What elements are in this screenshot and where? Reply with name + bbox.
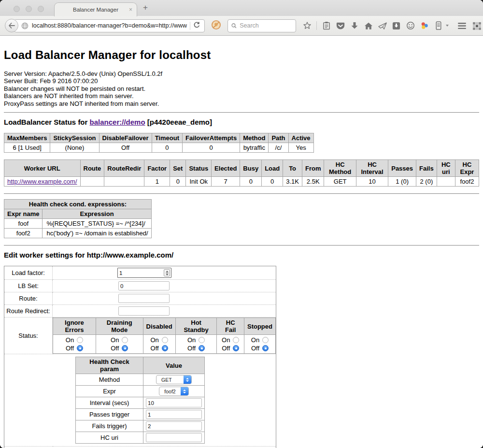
window-close-button[interactable] [14, 6, 20, 12]
interval-label: Interval (secs) [76, 397, 143, 409]
tab-close-icon[interactable]: × [129, 6, 132, 13]
interval-input[interactable] [146, 398, 202, 407]
on-label: On [187, 336, 196, 344]
tile-view-button[interactable] [472, 21, 482, 30]
draining-mode-off-radio[interactable] [122, 345, 128, 351]
worker-url-link[interactable]: http://www.example.com/ [7, 178, 77, 185]
hc-row-hc-uri: HC uri [76, 432, 205, 444]
reload-button[interactable] [193, 21, 204, 30]
balancer-demo-link[interactable]: balancer://demo [90, 118, 145, 126]
fails-trigger-input[interactable] [146, 421, 202, 431]
new-tab-button[interactable]: + [143, 3, 148, 13]
url-bar[interactable]: localhost:8880/balancer-manager?b=demo&w… [14, 19, 205, 32]
pocket-button[interactable] [336, 21, 345, 30]
cell-elected: 7 [212, 177, 240, 187]
chevron-down-icon[interactable] [446, 25, 449, 27]
bookmark-star-button[interactable] [302, 21, 312, 30]
save-to-panel-button[interactable] [392, 21, 401, 30]
stopped-off-radio[interactable] [262, 345, 269, 351]
cell-worker-url: http://www.example.com/ [4, 177, 81, 187]
search-box[interactable] [227, 19, 296, 32]
draining-mode-on-radio[interactable] [122, 337, 128, 343]
col-value: Value [143, 357, 205, 374]
edit-worker-form: Load factor: LB Set: Route: [4, 266, 276, 448]
disabled-off-radio[interactable] [162, 345, 168, 351]
cell-path: /c/ [269, 143, 288, 153]
col-timeout: Timeout [152, 133, 182, 143]
status-cell-hc-fail: On Off [217, 335, 244, 354]
content-blocker-button[interactable] [211, 20, 221, 32]
colorful-extension-button[interactable] [420, 21, 429, 30]
method-select-value: GET [156, 376, 184, 384]
lb-set-input[interactable] [118, 281, 170, 290]
downloads-button[interactable] [350, 21, 359, 30]
col-hc-fail: HC Fail [217, 318, 244, 335]
load-factor-input[interactable] [118, 270, 164, 276]
hot-standby-off-radio[interactable] [199, 345, 205, 351]
col-hot-standby: Hot Standby [175, 318, 217, 335]
form-row-submit: Submit [4, 447, 276, 448]
home-icon [364, 22, 373, 30]
menu-button[interactable] [457, 21, 467, 30]
back-button[interactable] [5, 19, 18, 32]
search-icon [231, 23, 237, 29]
number-stepper-icon[interactable] [164, 269, 170, 276]
window-minimize-button[interactable] [26, 6, 32, 12]
col-stopped: Stopped [244, 318, 275, 335]
select-arrows-icon [184, 376, 191, 384]
stopped-on-radio[interactable] [262, 337, 269, 343]
tab-title: Balancer Manager [73, 7, 118, 13]
hot-standby-on-radio[interactable] [199, 337, 205, 343]
route-input[interactable] [118, 294, 170, 303]
expr-select[interactable]: foof2 [159, 387, 188, 396]
method-select[interactable]: GET [156, 375, 192, 384]
table-row: foof2 hc('body') =~ /domain is establish… [4, 229, 152, 238]
hc-fail-off-radio[interactable] [233, 345, 239, 351]
chat-button[interactable] [406, 21, 415, 30]
passes-trigger-input[interactable] [146, 410, 202, 419]
tab-strip: Balancer Manager × + [0, 0, 483, 16]
cell-busy: 0 [240, 177, 262, 187]
cell-maxmembers: 6 [1 Used] [4, 143, 50, 153]
col-disablefailover: DisableFailover [99, 133, 152, 143]
globe-icon [21, 22, 28, 29]
hc-uri-input[interactable] [146, 433, 202, 442]
color-dots-icon [420, 21, 429, 30]
off-label: Off [251, 344, 259, 352]
ignore-errors-off-radio[interactable] [77, 345, 83, 351]
hc-fail-on-radio[interactable] [233, 337, 239, 343]
status-cell-hot-standby: On Off [175, 335, 217, 354]
home-button[interactable] [364, 21, 373, 30]
tab-balancer-manager[interactable]: Balancer Manager × [54, 2, 137, 16]
col-expr-name: Expr name [4, 209, 43, 219]
hc-expressions-title: Health check cond. expressions: [4, 200, 152, 209]
url-text[interactable]: localhost:8880/balancer-manager?b=demo&w… [32, 22, 187, 29]
cell-hc-interval: 10 [356, 177, 388, 187]
cell-status: Init Ok [186, 177, 212, 187]
ignore-errors-on-radio[interactable] [77, 337, 83, 343]
reading-list-button[interactable] [322, 21, 331, 30]
cell-fails: 2 (0) [416, 177, 437, 187]
off-label: Off [66, 344, 74, 352]
cell-hc-method: GET [324, 177, 356, 187]
device-sync-button[interactable] [434, 21, 443, 30]
divider [4, 193, 479, 194]
disabled-on-radio[interactable] [162, 337, 168, 343]
search-input[interactable] [240, 22, 292, 29]
table-header-row: Expr name Expression [4, 209, 152, 219]
form-row-status: Status: Ignore Errors Draining Mode Disa… [4, 318, 276, 354]
divider [4, 245, 479, 246]
route-redirect-input[interactable] [118, 306, 170, 316]
on-label: On [66, 336, 74, 344]
status-cell-draining-mode: On Off [96, 335, 143, 354]
off-label: Off [187, 344, 196, 352]
off-label: Off [151, 344, 159, 352]
send-to-device-button[interactable] [378, 21, 387, 30]
balancer-status-heading: LoadBalancer Status for balancer://demo … [4, 118, 479, 126]
health-check-table: Health Check param Value Method GET [75, 357, 205, 444]
page-title: Load Balancer Manager for localhost [4, 36, 479, 62]
inherit-notice-line: Balancers are NOT inherited from main se… [4, 92, 479, 100]
browser-window: Balancer Manager × + localhost:8880/bala… [0, 0, 483, 448]
window-zoom-button[interactable] [38, 6, 44, 12]
cell-disablefailover: Off [99, 143, 152, 153]
